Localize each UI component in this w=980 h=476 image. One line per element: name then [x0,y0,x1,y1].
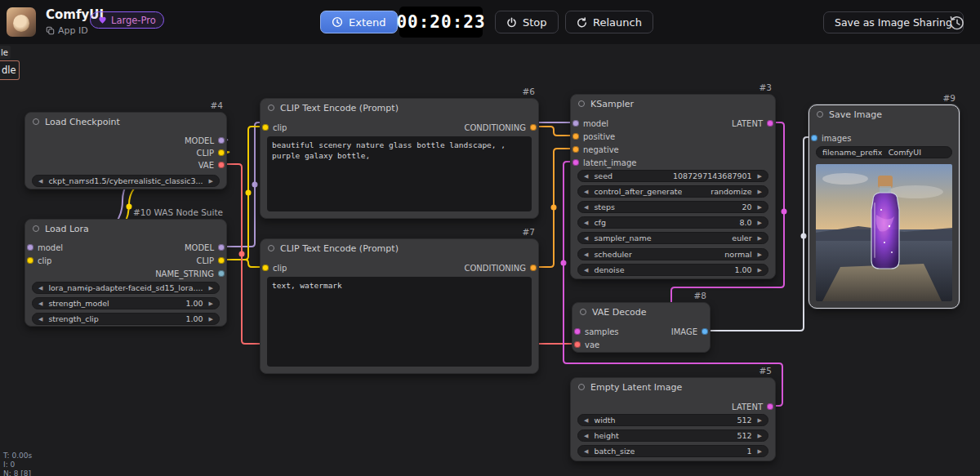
output-slot-vae[interactable]: VAE [198,159,225,171]
combo-left-arrow-icon[interactable]: ◀ [38,316,42,323]
combo-left-arrow-icon[interactable]: ◀ [584,204,588,211]
node-vae-decode[interactable]: #8 VAE Decode samples vae IMAGE [572,302,710,353]
collapse-dot-icon[interactable] [580,309,586,315]
widget-control-after-generate[interactable]: ◀ control_after_generate randomize ▶ [577,185,768,198]
input-slot-negative[interactable]: negative [572,144,619,155]
combo-right-arrow-icon[interactable]: ▶ [209,316,213,323]
node-clip-text-encode-positive[interactable]: #6 CLIP Text Encode (Prompt) clip CONDIT… [260,98,539,219]
output-slot-image[interactable]: IMAGE [671,326,708,337]
edge-tab-idle[interactable]: dle [0,60,20,80]
widget-width[interactable]: ◀ width 512 ▶ [577,414,768,426]
save-as-image-sharing-button[interactable]: Save as Image Sharing [823,11,964,33]
output-slot-model[interactable]: MODEL [185,135,225,146]
output-slot-latent[interactable]: LATENT [732,118,773,129]
node-save-image[interactable]: #9 Save Image images filename_prefix Com… [808,105,960,309]
combo-left-arrow-icon[interactable]: ◀ [584,267,588,274]
widget-batch-size[interactable]: ◀ batch_size 1 ▶ [577,445,768,457]
combo-left-arrow-icon[interactable]: ◀ [584,251,588,258]
app-id-row[interactable]: App ID [46,25,88,36]
node-empty-latent-image[interactable]: #5 Empty Latent Image LATENT ◀ width 512… [570,377,776,461]
widget-filename-prefix[interactable]: filename_prefix ComfyUI [816,146,952,158]
slot-dot[interactable] [218,162,225,168]
input-slot-clip[interactable]: clip [262,122,287,133]
slot-dot[interactable] [811,135,817,141]
input-slot-samples[interactable]: samples [574,326,619,337]
combo-right-arrow-icon[interactable]: ▶ [758,220,762,226]
copy-icon[interactable] [46,26,55,35]
combo-right-arrow-icon[interactable]: ▶ [758,433,762,439]
prompt-textarea[interactable]: text, watermark [267,277,532,367]
slot-dot[interactable] [218,270,225,277]
output-slot-conditioning[interactable]: CONDITIONING [464,122,537,133]
widget-ckpt-name[interactable]: ◀ ckpt_name sd1.5/cyberrealistic_classic… [32,175,220,187]
combo-right-arrow-icon[interactable]: ▶ [758,448,762,455]
slot-dot[interactable] [218,149,225,156]
node-title-bar[interactable]: KSampler [571,95,775,113]
slot-dot[interactable] [767,403,773,410]
node-load-lora[interactable]: #10 WAS Node Suite Load Lora model clip … [24,219,227,327]
node-title-bar[interactable]: Load Checkpoint [25,113,226,131]
widget-strength-model[interactable]: ◀ strength_model 1.00 ▶ [32,297,220,309]
combo-right-arrow-icon[interactable]: ▶ [209,178,213,185]
combo-right-arrow-icon[interactable]: ▶ [758,235,762,242]
collapse-dot-icon[interactable] [578,384,585,390]
node-title-bar[interactable]: Empty Latent Image [571,378,775,396]
collapse-dot-icon[interactable] [268,105,274,111]
widget-height[interactable]: ◀ height 512 ▶ [577,429,768,442]
combo-right-arrow-icon[interactable]: ▶ [758,251,762,258]
combo-left-arrow-icon[interactable]: ◀ [38,300,42,307]
extend-button[interactable]: Extend [320,11,398,33]
collapse-dot-icon[interactable] [268,245,274,251]
collapse-dot-icon[interactable] [33,118,39,125]
collapse-dot-icon[interactable] [817,111,823,118]
slot-dot[interactable] [572,120,579,127]
output-slot-clip[interactable]: CLIP [196,147,225,158]
output-slot-conditioning[interactable]: CONDITIONING [464,262,537,274]
edge-tab-partial[interactable]: le [0,46,11,59]
slot-dot[interactable] [574,328,581,335]
combo-right-arrow-icon[interactable]: ▶ [758,267,762,274]
combo-left-arrow-icon[interactable]: ◀ [584,173,588,180]
output-slot-clip[interactable]: CLIP [196,255,225,266]
combo-left-arrow-icon[interactable]: ◀ [584,220,588,226]
combo-right-arrow-icon[interactable]: ▶ [758,173,762,180]
node-title-bar[interactable]: Save Image [809,105,959,123]
widget-seed[interactable]: ◀ seed 1087297143687901 ▶ [577,170,768,182]
slot-dot[interactable] [574,341,581,348]
slot-dot[interactable] [262,124,269,131]
combo-right-arrow-icon[interactable]: ▶ [758,417,762,424]
slot-dot[interactable] [27,244,33,251]
node-ksampler[interactable]: #3 KSampler model positive negative late… [570,94,776,279]
history-button[interactable] [947,13,967,33]
slot-dot[interactable] [572,159,579,166]
input-slot-clip[interactable]: clip [27,255,51,266]
slot-dot[interactable] [218,244,225,251]
widget-sampler-name[interactable]: ◀ sampler_name euler ▶ [577,232,768,244]
node-title-bar[interactable]: CLIP Text Encode (Prompt) [261,239,538,257]
collapse-dot-icon[interactable] [578,100,585,107]
input-slot-clip[interactable]: clip [262,262,287,274]
input-slot-latent-image[interactable]: latent_image [572,157,636,168]
combo-right-arrow-icon[interactable]: ▶ [209,300,213,307]
slot-dot[interactable] [572,133,579,140]
combo-left-arrow-icon[interactable]: ◀ [584,433,588,439]
node-title-bar[interactable]: VAE Decode [572,303,710,321]
node-title-bar[interactable]: CLIP Text Encode (Prompt) [261,99,538,117]
widget-lora-name[interactable]: ◀ lora_name ip-adapter-faceid_sd15_lora.… [32,282,220,294]
widget-strength-clip[interactable]: ◀ strength_clip 1.00 ▶ [32,313,220,325]
node-canvas[interactable]: le dle #4 Load Checkpoint MODEL CLIP VAE… [0,44,980,476]
node-load-checkpoint[interactable]: #4 Load Checkpoint MODEL CLIP VAE ◀ ckpt… [24,112,227,189]
input-slot-images[interactable]: images [811,132,851,144]
relaunch-button[interactable]: Relaunch [565,11,653,33]
combo-right-arrow-icon[interactable]: ▶ [758,204,762,211]
widget-steps[interactable]: ◀ steps 20 ▶ [577,201,768,213]
slot-dot[interactable] [530,124,537,131]
slot-dot[interactable] [27,257,33,264]
slot-dot[interactable] [218,137,225,144]
combo-left-arrow-icon[interactable]: ◀ [38,285,42,291]
prompt-textarea[interactable]: beautiful scenery nature glass bottle la… [267,136,532,211]
slot-dot[interactable] [262,265,269,271]
input-slot-model[interactable]: model [572,118,608,129]
input-slot-positive[interactable]: positive [572,131,615,142]
slot-dot[interactable] [530,265,537,271]
